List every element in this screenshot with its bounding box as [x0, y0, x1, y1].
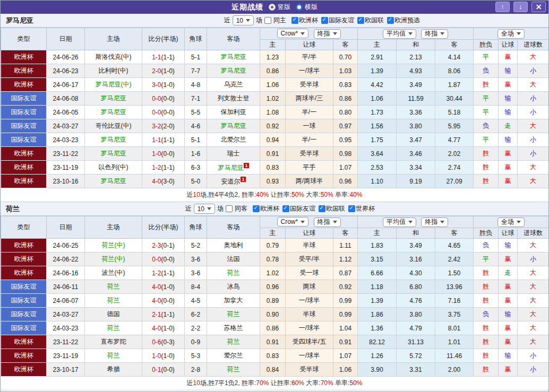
cell-result-wl: 负 [474, 239, 499, 252]
league-checkbox[interactable] [319, 205, 325, 212]
league-checkbox[interactable] [357, 17, 364, 24]
cell-odds-away: 0.83 [333, 78, 358, 92]
cell-date: 24-06-23 [47, 64, 85, 78]
cell-odds-away: 1.04 [333, 321, 358, 335]
league-checkbox-label: 欧洲预选 [394, 16, 420, 25]
cell-home-team[interactable]: 以色列(中) [85, 161, 142, 175]
radio-unselected-icon[interactable] [296, 4, 303, 11]
cell-away-team[interactable]: 罗马尼亚 [207, 119, 260, 133]
layout-radio-vertical[interactable]: 竖版 [269, 3, 290, 12]
cell-home-team[interactable]: 罗马尼亚 [85, 133, 142, 147]
cell-away-team[interactable]: 罗马尼亚 [207, 64, 260, 78]
odds-selects-cell: Crow* 终指 [260, 28, 358, 40]
cell-home-team[interactable]: 荷兰 [85, 349, 142, 363]
cell-home-team[interactable]: 罗马尼亚(中) [85, 78, 142, 92]
bookmaker-select[interactable]: Crow* [277, 29, 309, 38]
cell-away-team[interactable]: 罗马尼亚1 [207, 161, 260, 175]
cell-away-team[interactable]: 罗马尼亚 [207, 50, 260, 64]
cell-avg-home: 1.10 [358, 175, 397, 188]
cell-away-team[interactable]: 保加利亚 [207, 106, 260, 119]
close-button[interactable]: ✕ [531, 2, 546, 12]
league-checkbox[interactable] [253, 205, 260, 212]
cell-corners: 4-5 [185, 294, 207, 308]
league-checkbox[interactable] [387, 17, 394, 24]
cell-odds-handicap: 两/两球半 [286, 175, 333, 188]
chevron-down-icon [440, 221, 444, 223]
same-venue-checkbox[interactable] [226, 205, 233, 212]
cell-home-team[interactable]: 荷兰 [85, 321, 142, 335]
cell-home-team[interactable]: 罗马尼亚 [85, 175, 142, 188]
cell-away-team[interactable]: 瑞士 [207, 147, 260, 161]
league-checkbox[interactable] [291, 17, 298, 24]
cell-away-team[interactable]: 荷兰 [207, 266, 260, 280]
cell-avg-draw: 6.80 [397, 280, 435, 294]
cell-home-team[interactable]: 直布罗陀 [85, 335, 142, 349]
league-checkbox[interactable] [348, 205, 355, 212]
cell-date: 23-11-19 [47, 161, 85, 175]
cell-score: 2-3(0-1) [142, 239, 185, 252]
cell-avg-home: 3.64 [358, 147, 397, 161]
cell-away-team[interactable]: 荷兰 [207, 308, 260, 321]
cell-odds-handicap: 两球半/三 [286, 92, 333, 106]
games-count-select[interactable]: 10 [194, 204, 215, 214]
games-count-select[interactable]: 10 [233, 15, 254, 25]
cell-home-team[interactable]: 德国 [85, 308, 142, 321]
same-venue-checkbox[interactable] [264, 17, 271, 24]
cell-corners: 2-8 [185, 363, 207, 377]
average-select[interactable]: 平均值 [383, 217, 416, 227]
move-down-button[interactable]: ↓ [513, 2, 528, 12]
cell-home-team[interactable]: 荷兰(中) [85, 252, 142, 266]
cell-away-team[interactable]: 奥地利 [207, 239, 260, 252]
match-row: 国际友谊24-06-07荷兰4-0(0-0)4-5加拿大0.89一/球半0.99… [1, 294, 549, 308]
cell-home-team[interactable]: 荷兰(中) [85, 239, 142, 252]
league-checkbox[interactable] [321, 17, 328, 24]
col-odds-away: 客 [333, 228, 358, 239]
cell-home-team[interactable]: 罗马尼亚 [85, 106, 142, 119]
cell-home-team[interactable]: 哥伦比亚(中) [85, 119, 142, 133]
league-checkbox[interactable] [282, 205, 289, 212]
scope-select[interactable]: 全场 [497, 217, 525, 227]
cell-avg-draw: 3.16 [397, 252, 435, 266]
move-up-button[interactable]: ↑ [495, 2, 510, 12]
cell-away-team[interactable]: 荷兰 [207, 335, 260, 349]
cell-odds-handicap: 一/球半 [286, 321, 333, 335]
cell-avg-away: 27.09 [435, 175, 474, 188]
cell-away-team[interactable]: 北爱尔兰 [207, 133, 260, 147]
cell-away-team[interactable]: 列支敦士登 [207, 92, 260, 106]
bookmaker-select[interactable]: Crow* [277, 217, 309, 227]
team-bar: 罗马尼亚 近 10 场 同主 欧洲杯国际友谊欧国联欧洲预选 [1, 14, 548, 28]
cell-home-team[interactable]: 斯洛伐克(中) [85, 50, 142, 64]
cell-away-team[interactable]: 法国 [207, 252, 260, 266]
cell-home-team[interactable]: 波兰(中) [85, 266, 142, 280]
final-odds-select[interactable]: 终指 [314, 217, 341, 227]
radio-selected-icon[interactable] [269, 4, 276, 11]
average-select[interactable]: 平均值 [383, 29, 416, 39]
cell-avg-draw: 3.36 [397, 106, 435, 119]
cell-league-type: 欧洲杯 [1, 50, 47, 64]
cell-home-team[interactable]: 罗马尼亚 [85, 147, 142, 161]
cell-away-team[interactable]: 荷兰 [207, 363, 260, 377]
cell-home-team[interactable]: 罗马尼亚 [85, 92, 142, 106]
cell-away-team[interactable]: 冰岛 [207, 280, 260, 294]
cell-away-team[interactable]: 苏格兰 [207, 321, 260, 335]
cell-home-team[interactable]: 荷兰 [85, 280, 142, 294]
final-odds-select[interactable]: 终指 [314, 29, 341, 39]
cell-away-team[interactable]: 乌克兰 [207, 78, 260, 92]
layout-radio-horizontal[interactable]: 横版 [296, 3, 318, 12]
cell-away-team[interactable]: 爱尔兰 [207, 349, 260, 363]
cell-avg-draw: 4.93 [397, 64, 435, 78]
cell-away-team[interactable]: 加拿大 [207, 294, 260, 308]
cell-home-team[interactable]: 比利时(中) [85, 64, 142, 78]
cell-result-goals: 小 [518, 64, 549, 78]
cell-away-team[interactable]: 安道尔1 [207, 175, 260, 188]
avg-final-select[interactable]: 终指 [421, 217, 448, 227]
titlebar: 近期战绩 竖版 横版 ↑ ↓ ✕ [1, 1, 548, 14]
cell-odds-away: 1.07 [333, 161, 358, 175]
cell-home-team[interactable]: 荷兰 [85, 294, 142, 308]
scope-select[interactable]: 全场 [497, 29, 525, 39]
match-row: 欧洲杯24-06-16波兰(中)1-2(1-1)3-6荷兰1.02受一球0.87… [1, 266, 549, 280]
cell-result-wl: 平 [474, 252, 499, 266]
match-row: 欧洲杯23-11-22罗马尼亚1-0(0-0)1-6瑞士0.91受半球0.983… [1, 147, 549, 161]
cell-home-team[interactable]: 希腊 [85, 363, 142, 377]
avg-final-select[interactable]: 终指 [421, 29, 448, 39]
